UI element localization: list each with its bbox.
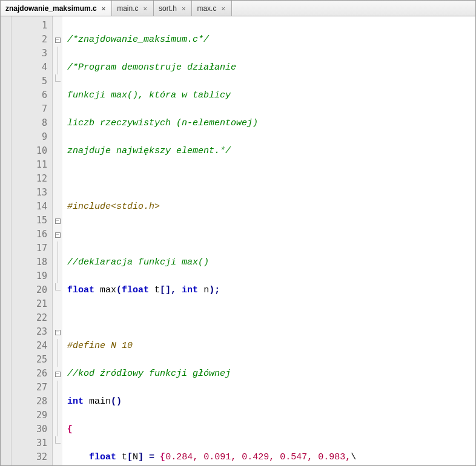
code-ident: n (198, 285, 209, 295)
close-icon[interactable]: × (220, 5, 226, 12)
fold-cell (53, 450, 62, 464)
code-kw: float (122, 285, 149, 295)
tab-bar: znajdowanie_maksimum.c × main.c × sort.h… (1, 1, 475, 16)
fold-cell (53, 395, 62, 409)
line-number: 30 (12, 422, 47, 436)
code-comment: //kod źródłowy funkcji głównej (67, 369, 231, 379)
line-number: 11 (12, 158, 47, 172)
line-number: 20 (12, 283, 47, 297)
code-kw: float (67, 285, 94, 295)
code-op: ] (138, 452, 144, 462)
tab-label: main.c (117, 4, 138, 13)
code-op: ); (209, 285, 220, 295)
fold-toggle-icon[interactable]: − (55, 372, 61, 377)
line-number: 16 (12, 228, 47, 241)
line-number: 29 (12, 409, 47, 422)
fold-guide (58, 381, 58, 395)
code-comment: znajduje największy element.*/ (67, 146, 231, 156)
fold-cell (53, 269, 62, 283)
line-number: 4 (12, 61, 47, 74)
fold-toggle-icon[interactable]: − (55, 330, 61, 335)
tab-sort[interactable]: sort.h × (154, 1, 192, 16)
fold-guide (58, 241, 58, 255)
fold-cell[interactable]: − (53, 367, 62, 381)
close-icon[interactable]: × (142, 5, 148, 12)
fold-cell (53, 19, 62, 33)
fold-cell (53, 158, 62, 172)
tab-main[interactable]: main.c × (112, 1, 154, 16)
line-number: 8 (12, 116, 47, 130)
fold-cell[interactable]: − (53, 214, 62, 228)
code-op: ( (116, 285, 122, 295)
fold-end-icon (55, 283, 61, 290)
fold-toggle-icon[interactable]: − (55, 232, 61, 238)
fold-cell (53, 200, 62, 214)
fold-cell (53, 311, 62, 325)
code-op: = (144, 452, 160, 462)
fold-cell (53, 409, 62, 422)
line-number: 5 (12, 74, 47, 88)
line-number: 10 (12, 144, 47, 158)
line-number: 24 (12, 339, 47, 353)
code-kw: int (182, 285, 198, 295)
tab-max[interactable]: max.c × (192, 1, 231, 16)
fold-cell (53, 88, 62, 102)
code-ident: max (94, 285, 116, 295)
fold-column[interactable]: −−−−− (53, 16, 62, 465)
fold-cell (53, 186, 62, 200)
fold-guide (58, 255, 58, 269)
fold-cell[interactable]: − (53, 325, 62, 339)
line-number: 21 (12, 297, 47, 311)
code-op: \ (351, 452, 356, 462)
tab-label: sort.h (159, 4, 177, 13)
code-brace: { (160, 452, 165, 462)
line-number: 18 (12, 255, 47, 269)
fold-cell (53, 47, 62, 61)
line-number: 27 (12, 381, 47, 395)
line-number: 1 (12, 19, 47, 33)
fold-cell (53, 422, 62, 436)
line-number: 23 (12, 325, 47, 339)
line-number: 15 (12, 214, 47, 228)
line-number: 25 (12, 353, 47, 367)
line-number: 19 (12, 269, 47, 283)
line-number: 7 (12, 102, 47, 116)
close-icon[interactable]: × (101, 5, 107, 12)
fold-cell (53, 172, 62, 186)
fold-cell (53, 144, 62, 158)
fold-cell (53, 116, 62, 130)
fold-cell (53, 283, 62, 297)
fold-cell (53, 102, 62, 116)
close-icon[interactable]: × (180, 5, 187, 12)
code-op: () (111, 396, 122, 407)
fold-cell[interactable]: − (53, 33, 62, 47)
line-number: 3 (12, 47, 47, 61)
fold-cell[interactable]: − (53, 228, 62, 241)
code-preproc: #include<stdio.h> (67, 202, 160, 212)
code-preproc: #define N 10 (67, 341, 133, 351)
line-number: 9 (12, 130, 47, 144)
fold-end-icon (55, 436, 61, 444)
fold-guide (58, 47, 58, 61)
code-ident: t (116, 452, 127, 462)
line-number: 17 (12, 241, 47, 255)
fold-toggle-icon[interactable]: − (55, 38, 61, 43)
line-number: 22 (12, 311, 47, 325)
fold-cell (53, 61, 62, 74)
tab-znajdowanie-maksimum[interactable]: znajdowanie_maksimum.c × (1, 1, 112, 16)
fold-toggle-icon[interactable]: − (55, 218, 61, 224)
code-comment: funkcji max(), która w tablicy (67, 90, 231, 100)
bookmark-margin[interactable] (1, 16, 12, 465)
tab-label: max.c (197, 4, 216, 13)
line-number: 12 (12, 172, 47, 186)
code-comment: //deklaracja funkcji max() (67, 257, 209, 267)
code-ident: main (84, 396, 111, 407)
code-area[interactable]: /*znajdowanie_maksimum.c*/ /*Program dem… (62, 16, 475, 465)
line-number: 6 (12, 88, 47, 102)
line-number-gutter[interactable]: 1234567891011121314151617181920212223242… (12, 16, 53, 465)
code-comment: /*znajdowanie_maksimum.c*/ (67, 34, 209, 45)
fold-cell (53, 255, 62, 269)
line-number: 2 (12, 33, 47, 47)
fold-cell (53, 297, 62, 311)
code-editor[interactable]: 1234567891011121314151617181920212223242… (1, 16, 475, 465)
